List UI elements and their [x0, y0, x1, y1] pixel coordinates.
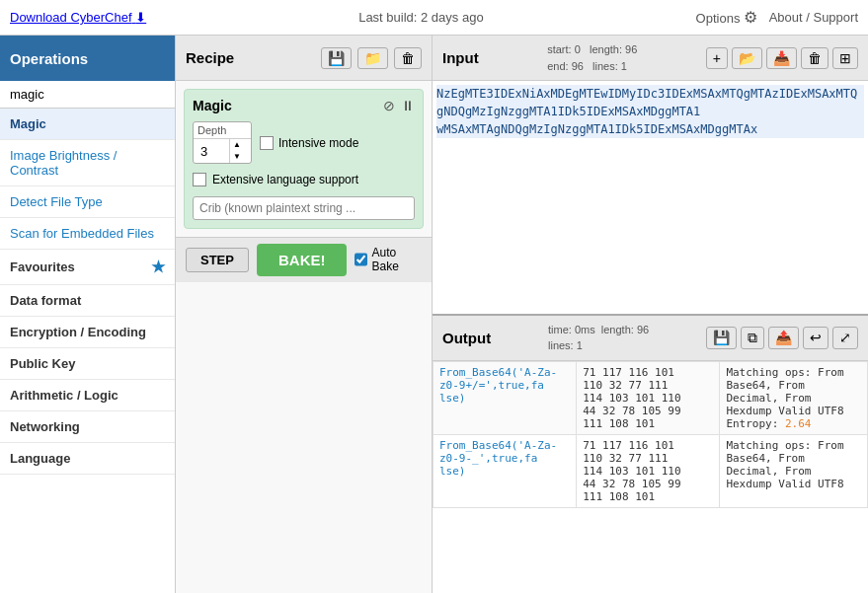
recipe-title: Recipe — [186, 49, 234, 66]
output-header: Output time: 0ms length: 96 lines: 1 💾 ⧉… — [433, 316, 868, 361]
sidebar-item-arithmetic-logic[interactable]: Arithmetic / Logic — [0, 380, 175, 411]
depth-label: Depth — [194, 122, 230, 138]
intensive-checkbox[interactable] — [260, 136, 274, 150]
depth-spinner: Depth ▲ ▼ — [193, 121, 252, 164]
intensive-row: Intensive mode — [260, 136, 358, 150]
sidebar-item-detect-file[interactable]: Detect File Type — [0, 186, 175, 218]
about-link[interactable]: About / Support — [769, 10, 858, 25]
sidebar-item-networking[interactable]: Networking — [0, 411, 175, 443]
output-actions: 💾 ⧉ 📤 ↩ ⤢ — [706, 327, 858, 349]
extensive-checkbox[interactable] — [193, 173, 206, 186]
output-fullscreen-button[interactable]: ⤢ — [832, 327, 858, 349]
auto-bake-label: Auto Bake — [371, 246, 422, 273]
output-func-1[interactable]: From_Base64('A-Za-z0-9+/=',true,false) — [434, 361, 577, 434]
output-func-2[interactable]: From_Base64('A-Za-z0-9-_',true,false) — [434, 434, 577, 507]
magic-card-header: Magic ⊘ ⏸ — [193, 98, 415, 113]
magic-card-controls: ⊘ ⏸ — [383, 98, 415, 113]
output-panel: Output time: 0ms length: 96 lines: 1 💾 ⧉… — [433, 316, 868, 594]
output-table: From_Base64('A-Za-z0-9+/=',true,false) 7… — [433, 361, 868, 508]
input-open-button[interactable]: 📂 — [732, 47, 762, 69]
recipe-actions: 💾 📁 🗑 — [321, 47, 422, 69]
extensive-row: Extensive language support — [193, 172, 415, 188]
topbar: Download CyberChef ⬇ Last build: 2 days … — [0, 0, 868, 36]
recipe-delete-button[interactable]: 🗑 — [394, 47, 422, 69]
auto-bake-checkbox[interactable] — [355, 253, 367, 266]
intensive-label: Intensive mode — [278, 136, 358, 150]
input-content[interactable]: NzEgMTE3IDExNiAxMDEgMTEwIDMyIDc3IDExMSAx… — [433, 81, 868, 314]
input-delete-button[interactable]: 🗑 — [801, 47, 829, 69]
depth-row: Depth ▲ ▼ Intensive mode — [193, 121, 415, 164]
output-match-1: Matching ops: From Base64, From Decimal,… — [720, 361, 868, 434]
output-vals-1: 71 117 116 101 110 32 77 111 114 103 101… — [577, 361, 720, 434]
last-build-text: Last build: 2 days ago — [358, 10, 483, 25]
output-match-2: Matching ops: From Base64, From Decimal,… — [720, 434, 868, 507]
step-button[interactable]: STEP — [186, 248, 249, 272]
magic-pause-button[interactable]: ⏸ — [401, 98, 415, 113]
sidebar-item-encryption-encoding[interactable]: Encryption / Encoding — [0, 317, 175, 348]
input-actions: + 📂 📥 🗑 ⊞ — [706, 47, 858, 69]
recipe-save-button[interactable]: 💾 — [321, 47, 352, 69]
entropy-value-1: 2.64 — [785, 417, 812, 430]
recipe-panel: Recipe 💾 📁 🗑 Magic ⊘ ⏸ Depth — [176, 36, 433, 593]
gear-icon: ⚙ — [744, 9, 757, 26]
star-icon: ★ — [151, 258, 165, 276]
options-label: Options — [696, 11, 741, 26]
magic-cancel-button[interactable]: ⊘ — [383, 98, 395, 113]
table-row: From_Base64('A-Za-z0-9+/=',true,false) 7… — [434, 361, 868, 434]
sidebar-title: Operations — [0, 36, 175, 81]
input-grid-button[interactable]: ⊞ — [832, 47, 858, 69]
bottom-bar: STEP BAKE! Auto Bake — [176, 237, 432, 282]
input-header: Input start: 0 length: 96 end: 96 lines:… — [433, 36, 868, 81]
output-save-button[interactable]: 💾 — [706, 327, 737, 349]
sidebar-item-scan-embedded[interactable]: Scan for Embedded Files — [0, 218, 175, 250]
depth-up-button[interactable]: ▲ — [230, 139, 244, 151]
input-title: Input — [442, 49, 479, 66]
sidebar-item-data-format[interactable]: Data format — [0, 285, 175, 317]
output-copy-button[interactable]: ⧉ — [741, 327, 764, 349]
magic-card-title: Magic — [193, 98, 232, 113]
sidebar-item-magic[interactable]: Magic — [0, 109, 175, 140]
main-layout: Operations Magic Image Brightness / Cont… — [0, 36, 868, 593]
download-label: Download CyberChef — [10, 10, 132, 25]
magic-card: Magic ⊘ ⏸ Depth ▲ ▼ — [184, 89, 424, 229]
input-panel: Input start: 0 length: 96 end: 96 lines:… — [433, 36, 868, 316]
auto-bake-area: Auto Bake — [355, 246, 422, 273]
search-input[interactable] — [0, 81, 175, 109]
recipe-header: Recipe 💾 📁 🗑 — [176, 36, 432, 81]
input-text: NzEgMTE3IDExNiAxMDEgMTEwIDMyIDc3IDExMSAx… — [436, 85, 864, 138]
output-undo-button[interactable]: ↩ — [803, 327, 829, 349]
sidebar: Operations Magic Image Brightness / Cont… — [0, 36, 176, 593]
extensive-label: Extensive language support — [212, 172, 358, 188]
input-add-button[interactable]: + — [706, 47, 728, 69]
options-link[interactable]: Options ⚙ — [696, 8, 757, 27]
output-content: From_Base64('A-Za-z0-9+/=',true,false) 7… — [433, 361, 868, 594]
sidebar-item-favourites[interactable]: Favourites ★ — [0, 250, 175, 285]
output-vals-2: 71 117 116 101 110 32 77 111 114 103 101… — [577, 434, 720, 507]
output-export-button[interactable]: 📤 — [768, 327, 799, 349]
sidebar-item-public-key[interactable]: Public Key — [0, 348, 175, 380]
sidebar-item-image-brightness[interactable]: Image Brightness / Contrast — [0, 140, 175, 186]
download-icon: ⬇ — [135, 10, 146, 25]
recipe-open-button[interactable]: 📁 — [357, 47, 388, 69]
io-area: Input start: 0 length: 96 end: 96 lines:… — [433, 36, 868, 593]
depth-input[interactable] — [194, 142, 229, 161]
bake-button[interactable]: BAKE! — [257, 244, 348, 276]
input-import-button[interactable]: 📥 — [766, 47, 797, 69]
topbar-right: Options ⚙ About / Support — [696, 8, 858, 27]
crib-input[interactable] — [193, 196, 415, 220]
table-row: From_Base64('A-Za-z0-9-_',true,false) 71… — [434, 434, 868, 507]
output-stats: time: 0ms length: 96 lines: 1 — [548, 322, 649, 354]
about-label: About / Support — [769, 10, 858, 25]
depth-down-button[interactable]: ▼ — [230, 151, 244, 163]
sidebar-item-language[interactable]: Language — [0, 443, 175, 475]
download-link[interactable]: Download CyberChef ⬇ — [10, 10, 146, 25]
input-stats: start: 0 length: 96 end: 96 lines: 1 — [547, 41, 637, 74]
output-title: Output — [442, 330, 491, 346]
